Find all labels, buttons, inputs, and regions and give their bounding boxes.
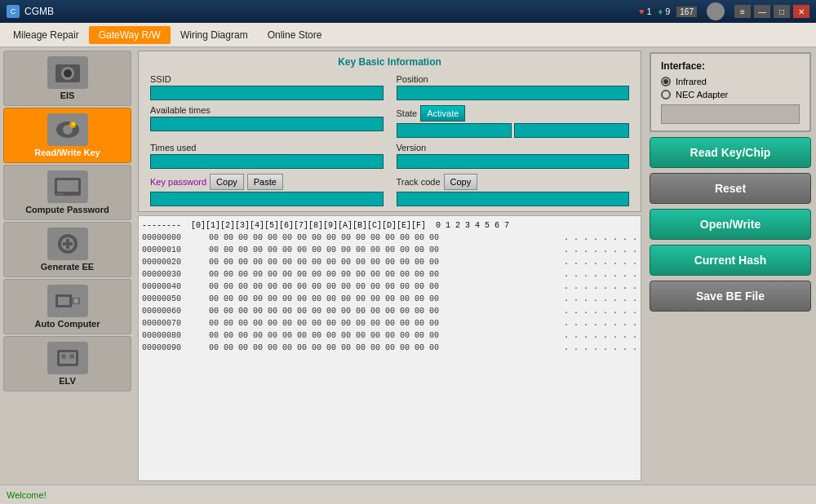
hex-header: -------- [0][1][2][3][4][5][6][7][8][9][…	[142, 219, 637, 232]
state-input2[interactable]	[514, 123, 629, 138]
position-input[interactable]	[397, 86, 630, 100]
svg-point-2	[64, 69, 72, 77]
reset-button[interactable]: Reset	[650, 173, 811, 204]
sidebar-item-eis[interactable]: EIS	[3, 51, 131, 106]
times-used-label: Times used	[150, 143, 384, 153]
ssid-group: SSID	[150, 74, 384, 100]
radio-infrared-circle	[661, 77, 671, 86]
table-row: 00000030 00 00 00 00 00 00 00 00 00 00 0…	[142, 268, 637, 281]
interface-input[interactable]	[661, 104, 800, 124]
version-group: Version	[397, 143, 630, 169]
svg-rect-13	[63, 242, 73, 245]
copy-password-button[interactable]: Copy	[210, 174, 244, 190]
readwrite-label: Read/Write Key	[34, 148, 100, 157]
state-group: State Activate	[397, 105, 630, 138]
title-bar: C CGMB ♥ 1 ♦ 9 167 ≡ — □ ✕	[0, 0, 816, 23]
svg-rect-8	[57, 180, 78, 192]
svg-point-20	[61, 354, 66, 359]
track-code-label: Track code	[397, 177, 441, 187]
minimize-button[interactable]: —	[754, 5, 770, 18]
computepwd-label: Compute Password	[25, 205, 109, 214]
times-used-input[interactable]	[150, 154, 384, 169]
radio-nec[interactable]: NEC Adapter	[661, 90, 800, 99]
radio-nec-circle	[661, 90, 671, 99]
track-code-group: Track code Copy	[397, 174, 630, 206]
panel-title: Key Basic Information	[144, 56, 636, 68]
state-label: State	[397, 108, 418, 118]
table-row: 00000000 00 00 00 00 00 00 00 00 00 00 0…	[142, 232, 637, 244]
keypwd-label-row: Key password Copy Paste	[150, 174, 384, 190]
ssid-input[interactable]	[150, 86, 384, 100]
table-row: 00000060 00 00 00 00 00 00 00 00 00 00 0…	[142, 305, 637, 317]
save-be-file-button[interactable]: Save BE File	[650, 281, 811, 312]
key-password-group: Key password Copy Paste	[150, 174, 384, 206]
autocomputer-icon	[47, 285, 88, 317]
key-password-input[interactable]	[150, 192, 384, 206]
elv-icon	[47, 342, 88, 374]
paste-password-button[interactable]: Paste	[247, 174, 283, 190]
available-times-input[interactable]	[150, 117, 384, 131]
key-info-panel: Key Basic Information SSID Position Avai…	[138, 51, 641, 212]
generateee-icon	[47, 228, 88, 260]
app-icon: C	[7, 5, 20, 18]
form-grid: SSID Position Available times State	[144, 74, 636, 206]
close-button[interactable]: ✕	[793, 5, 809, 18]
version-input[interactable]	[397, 154, 630, 169]
read-key-chip-button[interactable]: Read Key/Chip	[650, 137, 811, 168]
counter-value: 167	[680, 7, 694, 16]
trackcode-label-row: Track code Copy	[397, 174, 630, 190]
position-group: Position	[397, 74, 630, 100]
sidebar-item-generateee[interactable]: Generate EE	[3, 222, 131, 277]
eis-label: EIS	[60, 91, 75, 100]
counter-box: 167	[676, 7, 697, 17]
state-row: State Activate	[397, 105, 630, 122]
key-password-label: Key password	[150, 177, 206, 187]
menu-mileage-repair[interactable]: Mileage Repair	[3, 26, 89, 44]
table-row: 00000050 00 00 00 00 00 00 00 00 00 00 0…	[142, 293, 637, 305]
menu-gateway[interactable]: GateWay R/W	[89, 26, 171, 44]
svg-rect-9	[57, 193, 64, 195]
infrared-label: Infrared	[676, 77, 707, 86]
menu-bar: Mileage Repair GateWay R/W Wiring Diagra…	[0, 23, 816, 47]
table-row: 00000090 00 00 00 00 00 00 00 00 00 00 0…	[142, 342, 637, 354]
radio-infrared[interactable]: Infrared	[661, 77, 800, 86]
current-hash-button[interactable]: Current Hash	[650, 245, 811, 276]
state-input1[interactable]	[397, 123, 512, 138]
table-row: 00000070 00 00 00 00 00 00 00 00 00 00 0…	[142, 317, 637, 329]
version-label: Version	[397, 143, 630, 153]
sidebar-item-readwrite[interactable]: Read/Write Key	[3, 108, 131, 163]
diamond-count: 9	[665, 7, 670, 16]
available-times-label: Available times	[150, 105, 384, 115]
table-row: 00000020 00 00 00 00 00 00 00 00 00 00 0…	[142, 256, 637, 268]
menu-store[interactable]: Online Store	[258, 26, 332, 44]
status-text: Welcome!	[7, 490, 47, 500]
svg-point-17	[73, 298, 78, 303]
sidebar-item-computepwd[interactable]: Compute Password	[3, 165, 131, 220]
nec-label: NEC Adapter	[676, 90, 728, 99]
times-used-group: Times used	[150, 143, 384, 169]
hex-header-text: -------- [0][1][2][3][4][5][6][7][8][9][…	[142, 219, 509, 232]
avatar	[707, 2, 725, 20]
svg-point-21	[69, 354, 74, 359]
maximize-button[interactable]: □	[774, 5, 790, 18]
menu-button[interactable]: ≡	[734, 5, 751, 18]
interface-box: Interface: Infrared NEC Adapter	[650, 52, 811, 132]
track-code-input[interactable]	[397, 192, 630, 206]
table-row: 00000080 00 00 00 00 00 00 00 00 00 00 0…	[142, 329, 637, 342]
content-area: Key Basic Information SSID Position Avai…	[135, 47, 645, 484]
ssid-label: SSID	[150, 74, 384, 84]
sidebar-item-autocomputer[interactable]: Auto Computer	[3, 279, 131, 334]
copy-trackcode-button[interactable]: Copy	[444, 174, 478, 190]
diamond-icon: ♦	[659, 7, 663, 16]
open-write-button[interactable]: Open/Write	[650, 209, 811, 240]
available-times-group: Available times	[150, 105, 384, 138]
sidebar-item-elv[interactable]: ELV	[3, 336, 131, 391]
eis-icon	[47, 56, 88, 89]
svg-rect-15	[58, 297, 69, 305]
menu-wiring[interactable]: Wiring Diagram	[171, 26, 258, 44]
position-label: Position	[397, 74, 630, 84]
activate-button[interactable]: Activate	[420, 105, 465, 122]
table-row: 00000040 00 00 00 00 00 00 00 00 00 00 0…	[142, 281, 637, 293]
heart-icon: ♥	[639, 7, 645, 16]
elv-label: ELV	[59, 376, 76, 386]
